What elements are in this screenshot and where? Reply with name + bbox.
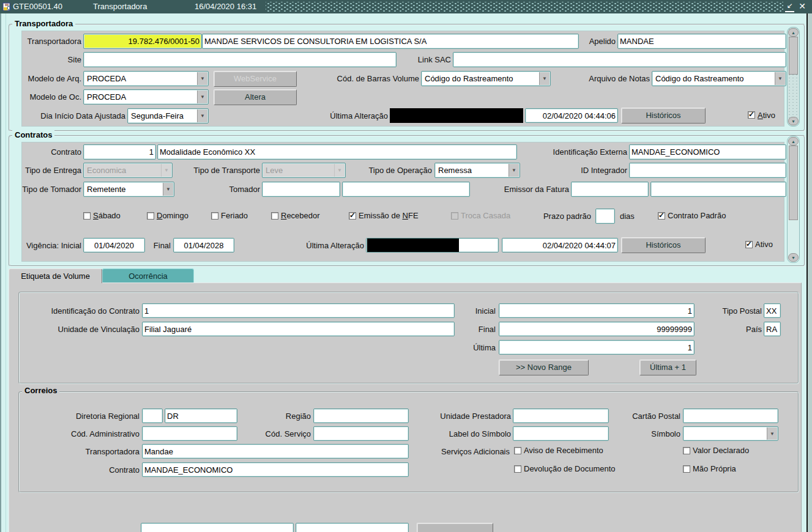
devolucao-documento-checkbox[interactable] (514, 465, 521, 473)
identificacao-externa-field[interactable] (629, 144, 786, 160)
id-integrador-field[interactable] (629, 163, 786, 178)
ultima-alteracao-datetime-field[interactable] (525, 108, 618, 123)
ultima-field[interactable] (499, 340, 695, 355)
simbolo-select[interactable]: ▼ (683, 426, 778, 441)
clipped-bottom-field-2[interactable] (296, 523, 409, 532)
unidade-prestadora-label: Unidade Prestadora (425, 408, 511, 424)
diretoria-regional-sigla-field[interactable] (165, 408, 237, 423)
domingo-checkbox[interactable] (147, 212, 154, 220)
check-icon: ✓ (658, 211, 665, 220)
correios-contrato-field[interactable] (142, 462, 409, 477)
cod-servico-field[interactable] (313, 426, 409, 441)
diretoria-regional-codigo-field[interactable] (142, 408, 163, 423)
dropdown-arrow-icon[interactable]: ▼ (163, 183, 173, 196)
transportadora-scrollbar[interactable]: ▲ ▼ (787, 27, 800, 127)
emissor-fatura-nome-field[interactable] (650, 182, 786, 197)
devolucao-documento-checkbox-label: Devolução de Documento (524, 464, 616, 474)
clipped-bottom-field-1[interactable] (141, 523, 294, 532)
tipo-operacao-value: Remessa (438, 163, 472, 177)
regiao-field[interactable] (313, 408, 409, 423)
vigencia-inicial-field[interactable] (83, 238, 145, 253)
webservice-button[interactable]: WebService (214, 71, 297, 87)
scrollbar-thumb[interactable] (789, 37, 798, 75)
dropdown-arrow-icon[interactable]: ▼ (539, 72, 549, 85)
inicial-field[interactable] (499, 303, 695, 318)
emissao-nfe-checkbox[interactable]: ✓ (349, 212, 356, 220)
clipped-bottom-button[interactable] (417, 523, 493, 532)
contrato-descricao-field[interactable] (157, 144, 517, 160)
unidade-prestadora-field[interactable] (513, 408, 609, 423)
prazo-padrao-field[interactable] (595, 209, 615, 224)
historicos-button[interactable]: Históricos (621, 108, 706, 124)
tipo-tomador-select[interactable]: Remetente ▼ (83, 182, 174, 197)
final-field[interactable] (499, 322, 695, 336)
tab-ocorrencia[interactable]: Ocorrência (102, 268, 194, 283)
tipo-operacao-select[interactable]: Remessa ▼ (434, 163, 520, 178)
contrato-numero-field[interactable] (83, 144, 156, 160)
link-sac-field[interactable] (453, 52, 786, 67)
pais-label: País (707, 322, 762, 337)
scroll-down-button[interactable]: ▼ (788, 253, 799, 262)
cnpj-field[interactable] (83, 34, 202, 49)
correios-transportadora-field[interactable] (142, 444, 409, 459)
dropdown-arrow-icon: ▼ (161, 164, 171, 177)
tomador-codigo-field[interactable] (262, 182, 340, 197)
identificacao-contrato-field[interactable] (142, 303, 455, 318)
tomador-nome-field[interactable] (342, 182, 470, 197)
emissor-fatura-codigo-field[interactable] (571, 182, 649, 197)
feriado-checkbox[interactable] (211, 212, 218, 220)
valor-declarado-checkbox[interactable] (683, 447, 690, 454)
novo-range-button[interactable]: >> Novo Range (499, 360, 589, 375)
dropdown-arrow-icon[interactable]: ▼ (197, 72, 207, 85)
dia-inicio-select[interactable]: Segunda-Feira ▼ (127, 108, 209, 124)
cod-servico-label: Cód. Serviço (244, 426, 311, 441)
mao-propria-checkbox[interactable] (683, 465, 690, 473)
historicos-button[interactable]: Históricos (621, 237, 706, 253)
close-window-icon[interactable]: ✕ (797, 1, 807, 12)
dropdown-arrow-icon[interactable]: ▼ (775, 72, 785, 85)
scroll-down-button[interactable]: ▼ (788, 117, 799, 125)
dropdown-arrow-icon[interactable]: ▼ (197, 109, 207, 122)
window-titlebar[interactable]: GTE00501.40 Transportadora 16/04/2020 16… (0, 0, 812, 13)
cod-barras-volume-value: Código do Rastreamento (425, 72, 513, 86)
recebedor-checkbox[interactable] (271, 212, 278, 220)
scroll-up-button[interactable]: ▲ (788, 137, 799, 146)
tipo-postal-field[interactable] (764, 303, 781, 318)
dropdown-arrow-icon[interactable]: ▼ (767, 427, 777, 440)
dropdown-arrow-icon[interactable]: ▼ (197, 91, 207, 103)
vigencia-final-field[interactable] (173, 238, 234, 253)
pais-field[interactable] (764, 322, 781, 336)
tab-etiqueta-de-volume[interactable]: Etiqueta de Volume (9, 268, 102, 283)
tipo-tomador-value: Remetente (87, 182, 126, 196)
label-simbolo-field[interactable] (513, 426, 609, 441)
razao-social-field[interactable] (202, 34, 579, 49)
contrato-padrao-checkbox[interactable]: ✓ (658, 212, 665, 220)
modelo-oc-select[interactable]: PROCEDA ▼ (83, 89, 209, 105)
cartao-postal-field[interactable] (683, 408, 778, 423)
scroll-up-button[interactable]: ▲ (788, 28, 799, 37)
dropdown-arrow-icon[interactable]: ▼ (508, 164, 519, 177)
aviso-recebimento-checkbox[interactable] (514, 447, 521, 454)
dropdown-arrow-icon: ▼ (334, 164, 345, 177)
contratos-scrollbar[interactable]: ▲ ▼ (787, 136, 800, 263)
feriado-checkbox-label: Feriado (221, 211, 248, 221)
restore-window-icon[interactable]: ↙ (785, 1, 794, 12)
modelo-arq-select[interactable]: PROCEDA ▼ (83, 71, 209, 86)
ultima-alteracao-datetime-field[interactable] (502, 238, 618, 253)
ativo-checkbox[interactable]: ✓ (748, 111, 755, 119)
unidade-vinculacao-field[interactable] (142, 322, 455, 336)
cod-barras-volume-select[interactable]: Código do Rastreamento ▼ (421, 71, 551, 86)
dia-inicio-label: Dia Início Data Ajustada (0, 108, 125, 124)
aviso-recebimento-checkbox-label: Aviso de Recebimento (524, 446, 603, 456)
ativo-checkbox[interactable]: ✓ (745, 241, 753, 248)
apelido-field[interactable] (617, 34, 786, 49)
altera-button[interactable]: Altera (214, 89, 297, 105)
scrollbar-thumb[interactable] (789, 146, 798, 220)
ultima-mais-um-button[interactable]: Última + 1 (639, 360, 696, 375)
sabado-checkbox[interactable] (83, 212, 91, 220)
arquivo-notas-select[interactable]: Código do Rastreamento ▼ (652, 71, 786, 86)
cod-administrativo-field[interactable] (142, 426, 237, 441)
valor-declarado-checkbox-label: Valor Declarado (693, 446, 749, 456)
site-field[interactable] (83, 52, 397, 67)
window-right-frame (808, 13, 812, 532)
